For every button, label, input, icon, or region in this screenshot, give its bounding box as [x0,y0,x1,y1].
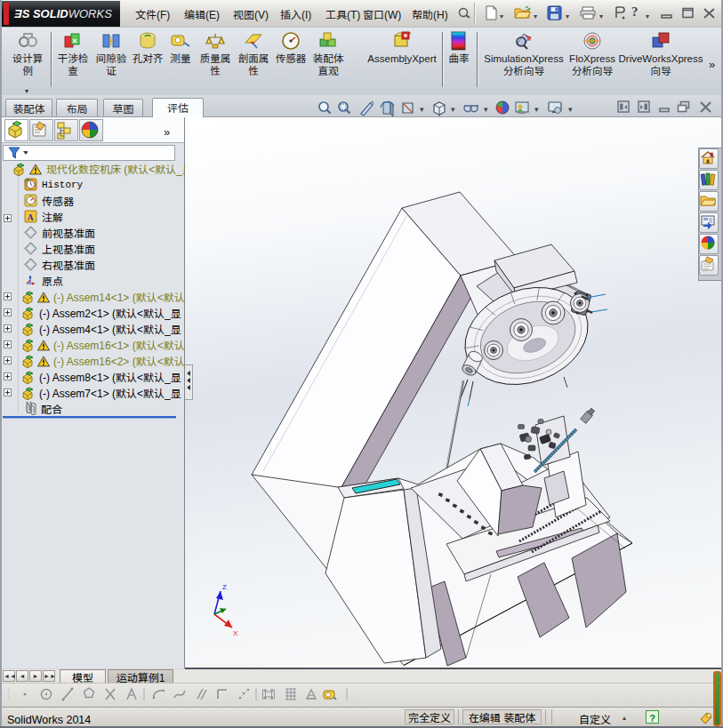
svg-text:▾: ▾ [568,103,573,115]
svg-text:▾: ▾ [420,103,424,115]
svg-text:Z: Z [222,583,227,591]
svg-text:A: A [27,212,34,222]
svg-text:▾: ▾ [534,103,539,115]
svg-text:▾: ▾ [484,103,488,115]
svg-text:X: X [233,629,238,637]
svg-text:▾: ▾ [451,103,455,115]
